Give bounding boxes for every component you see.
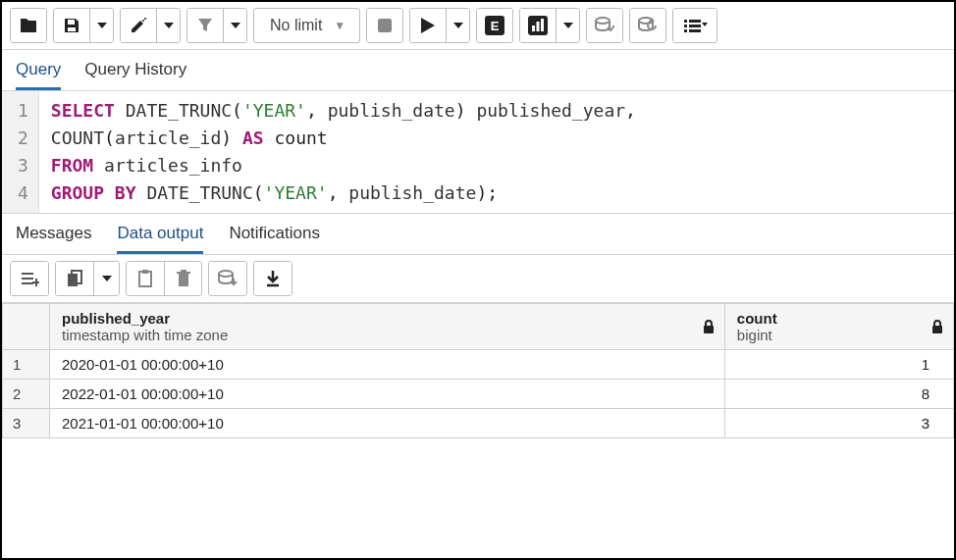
tab-messages[interactable]: Messages (16, 224, 91, 254)
save-dropdown[interactable] (89, 9, 113, 42)
svg-rect-14 (689, 20, 701, 23)
editor-code[interactable]: SELECT DATE_TRUNC('YEAR', publish_date) … (39, 91, 648, 213)
tab-query-history[interactable]: Query History (84, 60, 186, 90)
svg-rect-1 (68, 27, 76, 31)
explain-button[interactable]: E (477, 9, 512, 42)
svg-point-31 (219, 271, 233, 277)
query-tabs: Query Query History (2, 50, 954, 91)
filter-button[interactable] (187, 9, 223, 42)
rollback-button[interactable] (630, 9, 665, 42)
execute-dropdown[interactable] (446, 9, 469, 42)
svg-rect-13 (684, 20, 687, 23)
limit-select[interactable]: No limit ▼ (253, 8, 360, 43)
column-header-published-year[interactable]: published_year timestamp with time zone (50, 304, 725, 350)
tab-data-output[interactable]: Data output (117, 224, 203, 254)
lock-icon (703, 320, 715, 333)
sql-editor[interactable]: 1 2 3 4 SELECT DATE_TRUNC('YEAR', publis… (2, 91, 954, 213)
analyze-dropdown[interactable] (556, 9, 579, 42)
svg-point-11 (596, 18, 610, 24)
save-data-button[interactable] (209, 262, 246, 295)
main-toolbar: No limit ▼ E (2, 2, 954, 50)
svg-rect-34 (932, 326, 942, 333)
copy-button[interactable] (56, 262, 93, 295)
analyze-button[interactable] (520, 9, 556, 42)
tab-notifications[interactable]: Notifications (229, 224, 320, 254)
svg-rect-10 (541, 19, 544, 31)
column-header-count[interactable]: count bigint (724, 304, 953, 350)
svg-rect-28 (179, 274, 188, 286)
execute-button[interactable] (410, 9, 446, 42)
result-toolbar (2, 255, 954, 303)
svg-rect-33 (704, 326, 714, 333)
filter-dropdown[interactable] (223, 9, 246, 42)
rownum-header (3, 304, 50, 350)
svg-text:E: E (491, 19, 500, 33)
limit-label: No limit (270, 17, 322, 34)
svg-point-2 (142, 20, 144, 22)
save-button[interactable] (54, 9, 89, 42)
open-file-button[interactable] (11, 9, 46, 42)
svg-rect-27 (142, 270, 148, 274)
data-grid[interactable]: published_year timestamp with time zone … (2, 303, 954, 438)
lock-icon (931, 320, 943, 333)
svg-rect-4 (378, 19, 392, 32)
download-button[interactable] (254, 262, 292, 295)
result-tabs: Messages Data output Notifications (2, 213, 954, 255)
svg-rect-9 (537, 22, 540, 31)
svg-point-3 (144, 18, 146, 20)
svg-rect-16 (689, 25, 701, 27)
svg-rect-15 (684, 25, 687, 27)
svg-rect-29 (177, 272, 190, 274)
tab-query[interactable]: Query (16, 60, 61, 90)
commit-button[interactable] (587, 9, 622, 42)
svg-rect-17 (684, 29, 687, 32)
table-row[interactable]: 3 2021-01-01 00:00:00+10 3 (3, 409, 954, 438)
svg-rect-18 (689, 29, 701, 32)
copy-dropdown[interactable] (93, 262, 119, 295)
table-row[interactable]: 1 2020-01-01 00:00:00+10 1 (3, 350, 954, 380)
add-row-button[interactable] (11, 262, 48, 295)
stop-button[interactable] (367, 9, 402, 42)
svg-rect-0 (68, 20, 75, 25)
delete-button[interactable] (164, 262, 201, 295)
edit-dropdown[interactable] (156, 9, 180, 42)
svg-rect-26 (139, 272, 151, 286)
macros-button[interactable] (673, 9, 717, 42)
editor-gutter: 1 2 3 4 (2, 91, 39, 213)
table-row[interactable]: 2 2022-01-01 00:00:00+10 8 (3, 380, 954, 409)
svg-rect-8 (532, 25, 535, 31)
edit-button[interactable] (121, 9, 156, 42)
caret-down-icon: ▼ (334, 19, 345, 32)
svg-rect-30 (181, 270, 186, 272)
paste-button[interactable] (127, 262, 164, 295)
